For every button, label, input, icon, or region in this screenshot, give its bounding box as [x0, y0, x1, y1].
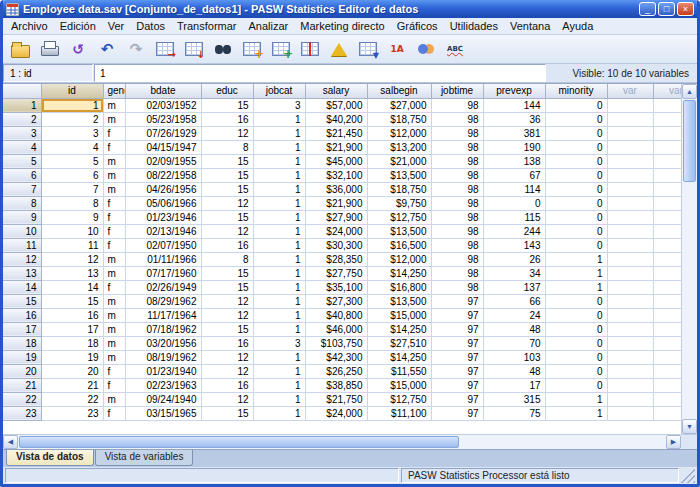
cell-3-salbegin[interactable]: $12,000 — [367, 126, 431, 140]
cell-10-jobtime[interactable]: 98 — [431, 224, 483, 238]
cell-8-minority[interactable]: 0 — [545, 196, 607, 210]
menu-transformar[interactable]: Transformar — [171, 19, 243, 33]
cell-8-id[interactable]: 8 — [41, 196, 103, 210]
cell-2-prevexp[interactable]: 36 — [483, 112, 545, 126]
cell-3-prevexp[interactable]: 381 — [483, 126, 545, 140]
cell-11-minority[interactable]: 0 — [545, 238, 607, 252]
cell-20-jobcat[interactable]: 1 — [253, 364, 305, 378]
cell-1-salbegin[interactable]: $27,000 — [367, 98, 431, 112]
cell-15-prevexp[interactable]: 66 — [483, 294, 545, 308]
cell-18-prevexp[interactable]: 70 — [483, 336, 545, 350]
cell-7-var[interactable] — [653, 182, 681, 196]
cell-17-jobtime[interactable]: 97 — [431, 322, 483, 336]
cell-11-salbegin[interactable]: $16,500 — [367, 238, 431, 252]
cell-1-jobtime[interactable]: 98 — [431, 98, 483, 112]
menu-datos[interactable]: Datos — [130, 19, 171, 33]
maximize-button[interactable]: □ — [658, 2, 675, 16]
weight-cases-button[interactable] — [326, 37, 352, 61]
cell-21-var[interactable] — [653, 378, 681, 392]
cell-15-bdate[interactable]: 08/29/1962 — [125, 294, 201, 308]
tab-vista-de-datos[interactable]: Vista de datos — [6, 450, 94, 466]
menu-ver[interactable]: Ver — [102, 19, 131, 33]
cell-14-salary[interactable]: $35,100 — [305, 280, 367, 294]
cell-15-educ[interactable]: 12 — [201, 294, 253, 308]
cell-5-salbegin[interactable]: $21,000 — [367, 154, 431, 168]
cell-16-bdate[interactable]: 11/17/1964 — [125, 308, 201, 322]
cell-4-gender[interactable]: f — [103, 140, 125, 154]
cell-18-salary[interactable]: $103,750 — [305, 336, 367, 350]
cell-7-minority[interactable]: 0 — [545, 182, 607, 196]
print-button[interactable] — [36, 37, 62, 61]
cell-20-var[interactable] — [653, 364, 681, 378]
cell-18-jobtime[interactable]: 97 — [431, 336, 483, 350]
use-sets-button[interactable] — [413, 37, 439, 61]
row-header-14[interactable]: 14 — [3, 280, 41, 294]
cell-20-var[interactable] — [607, 364, 653, 378]
cell-11-salary[interactable]: $30,300 — [305, 238, 367, 252]
cell-5-salary[interactable]: $45,000 — [305, 154, 367, 168]
undo-button[interactable]: ↶ — [94, 37, 120, 61]
cell-14-var[interactable] — [607, 280, 653, 294]
resize-grip[interactable] — [681, 468, 695, 483]
cell-12-gender[interactable]: m — [103, 252, 125, 266]
cell-21-id[interactable]: 21 — [41, 378, 103, 392]
cell-16-var[interactable] — [607, 308, 653, 322]
column-header-bdate[interactable]: bdate — [125, 84, 201, 98]
cell-13-jobtime[interactable]: 98 — [431, 266, 483, 280]
cell-3-var[interactable] — [653, 126, 681, 140]
minimize-button[interactable]: _ — [639, 2, 656, 16]
cell-10-var[interactable] — [653, 224, 681, 238]
cell-6-jobtime[interactable]: 98 — [431, 168, 483, 182]
cell-12-jobtime[interactable]: 98 — [431, 252, 483, 266]
row-header-6[interactable]: 6 — [3, 168, 41, 182]
cell-23-educ[interactable]: 15 — [201, 406, 253, 420]
row-header-23[interactable]: 23 — [3, 406, 41, 420]
cell-23-var[interactable] — [607, 406, 653, 420]
cell-1-educ[interactable]: 15 — [201, 98, 253, 112]
cell-11-educ[interactable]: 16 — [201, 238, 253, 252]
cell-21-jobtime[interactable]: 97 — [431, 378, 483, 392]
cell-14-educ[interactable]: 15 — [201, 280, 253, 294]
row-header-4[interactable]: 4 — [3, 140, 41, 154]
cell-14-minority[interactable]: 1 — [545, 280, 607, 294]
cell-9-id[interactable]: 9 — [41, 210, 103, 224]
cell-16-salary[interactable]: $40,800 — [305, 308, 367, 322]
cell-10-var[interactable] — [607, 224, 653, 238]
cell-13-salbegin[interactable]: $14,250 — [367, 266, 431, 280]
cell-18-educ[interactable]: 16 — [201, 336, 253, 350]
cell-10-jobcat[interactable]: 1 — [253, 224, 305, 238]
cell-22-salary[interactable]: $21,750 — [305, 392, 367, 406]
cell-15-gender[interactable]: m — [103, 294, 125, 308]
cell-6-id[interactable]: 6 — [41, 168, 103, 182]
cell-6-salbegin[interactable]: $13,500 — [367, 168, 431, 182]
cell-7-prevexp[interactable]: 114 — [483, 182, 545, 196]
cell-5-educ[interactable]: 15 — [201, 154, 253, 168]
cell-8-gender[interactable]: f — [103, 196, 125, 210]
row-header-1[interactable]: 1 — [3, 98, 41, 112]
cell-23-var[interactable] — [653, 406, 681, 420]
cell-14-gender[interactable]: f — [103, 280, 125, 294]
cell-18-minority[interactable]: 0 — [545, 336, 607, 350]
cell-22-var[interactable] — [607, 392, 653, 406]
cell-6-var[interactable] — [653, 168, 681, 182]
menu-analizar[interactable]: Analizar — [243, 19, 295, 33]
column-header-minority[interactable]: minority — [545, 84, 607, 98]
cell-4-var[interactable] — [607, 140, 653, 154]
cell-19-educ[interactable]: 12 — [201, 350, 253, 364]
menu-graficos[interactable]: Gráficos — [391, 19, 444, 33]
cell-16-prevexp[interactable]: 24 — [483, 308, 545, 322]
cell-4-jobcat[interactable]: 1 — [253, 140, 305, 154]
cell-17-salbegin[interactable]: $14,250 — [367, 322, 431, 336]
menu-marketing-directo[interactable]: Marketing directo — [294, 19, 390, 33]
cell-19-var[interactable] — [607, 350, 653, 364]
cell-20-jobtime[interactable]: 97 — [431, 364, 483, 378]
cell-5-id[interactable]: 5 — [41, 154, 103, 168]
cell-20-id[interactable]: 20 — [41, 364, 103, 378]
horizontal-scrollbar[interactable]: ◀ ▶ — [3, 434, 697, 449]
cell-7-educ[interactable]: 15 — [201, 182, 253, 196]
row-header-19[interactable]: 19 — [3, 350, 41, 364]
cell-16-educ[interactable]: 12 — [201, 308, 253, 322]
cell-13-gender[interactable]: m — [103, 266, 125, 280]
cell-1-var[interactable] — [607, 98, 653, 112]
cell-4-prevexp[interactable]: 190 — [483, 140, 545, 154]
